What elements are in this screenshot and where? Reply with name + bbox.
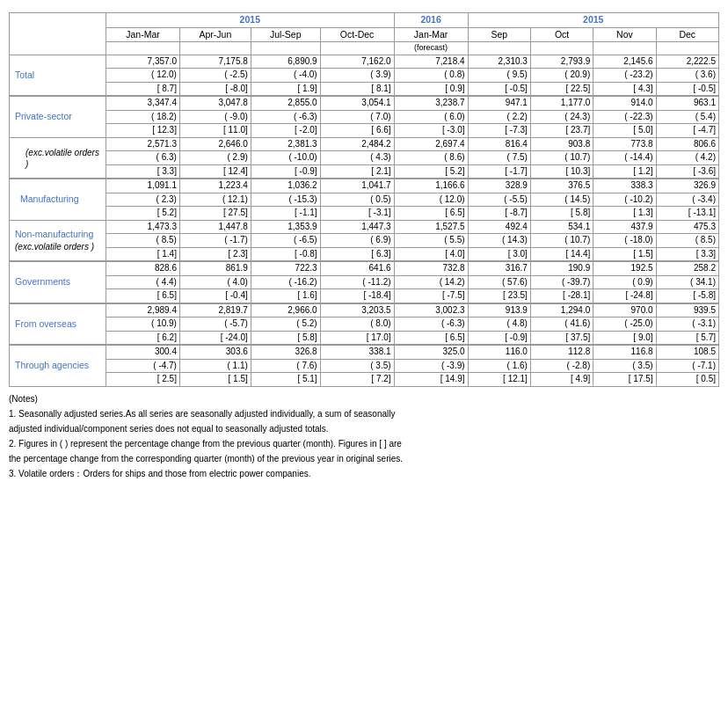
cell-r3-c5-v1: ( -5.5) <box>468 193 530 207</box>
cell-r6-c3-v2: [ 17.0] <box>320 331 394 345</box>
cell-r5-c0-v0: 828.6 <box>106 261 180 275</box>
header-oct: Oct <box>530 27 593 42</box>
cell-r0-c8-v2: [ -0.5] <box>656 82 718 96</box>
cell-r1-c7-v1: ( -22.3) <box>593 110 656 124</box>
cell-r0-c4-v0: 7,218.4 <box>394 55 468 69</box>
cell-r7-c6-v2: [ 4.9] <box>530 373 593 387</box>
cell-r0-c7-v1: ( -23.2) <box>593 69 656 83</box>
header-octdec: Oct-Dec <box>320 27 394 42</box>
cell-r4-c4-v2: [ 4.0] <box>394 247 468 261</box>
cell-r4-c6-v1: ( 10.7) <box>530 234 593 248</box>
cell-r4-c7-v2: [ 1.5] <box>593 247 656 261</box>
row-label-5: Governments <box>15 276 70 287</box>
row-label-2: (exc.volatile orders ) <box>25 148 99 169</box>
cell-r6-c6-v1: ( 41.6) <box>530 318 593 332</box>
cell-r4-c8-v1: ( 8.5) <box>656 234 718 248</box>
cell-r1-c8-v0: 963.1 <box>656 96 718 110</box>
row-label-7: Through agencies <box>15 360 89 370</box>
cell-r5-c5-v2: [ 23.5] <box>468 289 530 303</box>
cell-r6-c6-v2: [ 37.5] <box>530 331 593 345</box>
cell-r6-c3-v0: 3,203.5 <box>320 303 394 318</box>
cell-r6-c4-v1: ( -6.3) <box>394 318 468 332</box>
cell-r5-c5-v0: 316.7 <box>468 261 530 275</box>
header-p9 <box>656 42 718 55</box>
cell-r2-c5-v1: ( 7.5) <box>468 151 530 165</box>
cell-r2-c2-v0: 2,381.3 <box>251 137 320 151</box>
cell-r4-c2-v1: ( -6.5) <box>251 234 320 248</box>
cell-r3-c3-v1: ( 0.5) <box>320 193 394 207</box>
cell-r0-c4-v1: ( 0.8) <box>394 69 468 83</box>
cell-r6-c7-v1: ( -25.0) <box>593 318 656 332</box>
cell-r5-c1-v0: 861.9 <box>179 261 251 275</box>
header-p2 <box>179 42 251 55</box>
row-label-4: Non-manufacturing <box>15 229 93 239</box>
cell-r1-c3-v2: [ 6.6] <box>320 124 394 138</box>
cell-r7-c4-v1: ( -3.9) <box>394 359 468 373</box>
cell-r1-c1-v0: 3,047.8 <box>179 96 251 110</box>
cell-r3-c8-v1: ( -3.4) <box>656 193 718 207</box>
row-label-3: Manufacturing <box>20 193 79 204</box>
cell-r6-c1-v1: ( -5.7) <box>179 318 251 332</box>
cell-r7-c5-v0: 116.0 <box>468 345 530 359</box>
cell-r3-c2-v2: [ -1.1] <box>251 207 320 221</box>
cell-r0-c5-v1: ( 9.5) <box>468 69 530 83</box>
cell-r2-c6-v1: ( 10.7) <box>530 151 593 165</box>
cell-r1-c6-v0: 1,177.0 <box>530 96 593 110</box>
row-label-0: Total <box>15 69 34 80</box>
cell-r7-c2-v2: [ 5.1] <box>251 373 320 387</box>
cell-r5-c7-v2: [ -24.8] <box>593 289 656 303</box>
cell-r4-c4-v1: ( 5.5) <box>394 234 468 248</box>
cell-r3-c1-v0: 1,223.4 <box>179 179 251 193</box>
header-aprjun: Apr-Jun <box>179 27 251 42</box>
cell-r3-c1-v1: ( 12.1) <box>179 193 251 207</box>
cell-r2-c4-v2: [ 5.2] <box>394 164 468 179</box>
cell-r3-c7-v1: ( -10.2) <box>593 193 656 207</box>
cell-r0-c3-v2: [ 8.1] <box>320 82 394 96</box>
cell-r5-c0-v1: ( 4.4) <box>106 275 180 289</box>
cell-r7-c0-v0: 300.4 <box>106 345 180 359</box>
cell-r1-c0-v0: 3,347.4 <box>106 96 180 110</box>
cell-r2-c2-v2: [ -0.9] <box>251 164 320 179</box>
cell-r6-c2-v0: 2,966.0 <box>251 303 320 318</box>
cell-r2-c4-v1: ( 8.6) <box>394 151 468 165</box>
cell-r7-c7-v1: ( 3.5) <box>593 359 656 373</box>
cell-r7-c4-v2: [ 14.9] <box>394 373 468 387</box>
cell-r7-c8-v1: ( -7.1) <box>656 359 718 373</box>
cell-r6-c8-v1: ( -3.1) <box>656 318 718 332</box>
cell-r3-c6-v0: 376.5 <box>530 179 593 193</box>
cell-r0-c1-v0: 7,175.8 <box>179 55 251 69</box>
cell-r6-c0-v2: [ 6.2] <box>106 331 180 345</box>
cell-r6-c2-v1: ( 5.2) <box>251 318 320 332</box>
cell-r2-c2-v1: ( -10.0) <box>251 151 320 165</box>
cell-r5-c7-v0: 192.5 <box>593 261 656 275</box>
cell-r6-c2-v2: [ 5.8] <box>251 331 320 345</box>
cell-r2-c3-v1: ( 4.3) <box>320 151 394 165</box>
cell-r2-c7-v2: [ 1.2] <box>593 164 656 179</box>
cell-r7-c6-v1: ( -2.8) <box>530 359 593 373</box>
cell-r3-c0-v0: 1,091.1 <box>106 179 180 193</box>
cell-r6-c1-v0: 2,819.7 <box>179 303 251 318</box>
cell-r3-c5-v2: [ -8.7] <box>468 207 530 221</box>
cell-r1-c6-v1: ( 24.3) <box>530 110 593 124</box>
cell-r5-c4-v1: ( 14.2) <box>394 275 468 289</box>
cell-r4-c6-v2: [ 14.4] <box>530 247 593 261</box>
cell-r5-c8-v0: 258.2 <box>656 261 718 275</box>
cell-r3-c6-v1: ( 14.5) <box>530 193 593 207</box>
cell-r1-c0-v2: [ 12.3] <box>106 124 180 138</box>
cell-r1-c2-v2: [ -2.0] <box>251 124 320 138</box>
cell-r3-c6-v2: [ 5.8] <box>530 207 593 221</box>
cell-r3-c3-v2: [ -3.1] <box>320 207 394 221</box>
cell-r4-c7-v1: ( -18.0) <box>593 234 656 248</box>
cell-r2-c7-v0: 773.8 <box>593 137 656 151</box>
cell-r2-c8-v1: ( 4.2) <box>656 151 718 165</box>
cell-r5-c3-v1: ( -11.2) <box>320 275 394 289</box>
header-janmar: Jan-Mar <box>106 27 180 42</box>
cell-r4-c3-v0: 1,447.3 <box>320 220 394 234</box>
cell-r0-c0-v2: [ 8.7] <box>106 82 180 96</box>
cell-r6-c0-v1: ( 10.9) <box>106 318 180 332</box>
cell-r7-c5-v1: ( 1.6) <box>468 359 530 373</box>
cell-r3-c4-v1: ( 12.0) <box>394 193 468 207</box>
cell-r4-c8-v0: 475.3 <box>656 220 718 234</box>
cell-r0-c3-v1: ( 3.9) <box>320 69 394 83</box>
row-sublabel-4: (exc.volatile orders ) <box>15 242 94 252</box>
